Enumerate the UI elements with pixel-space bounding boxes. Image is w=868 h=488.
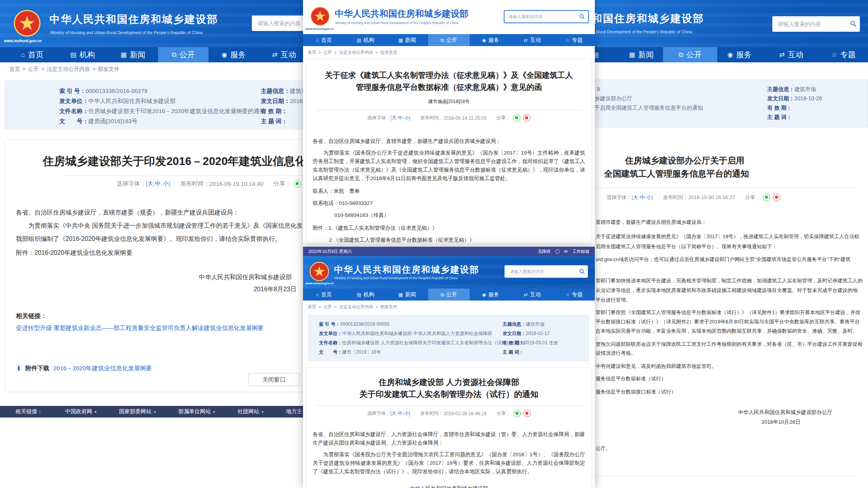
work-mailbox-link[interactable]: 工作邮箱 <box>572 249 589 254</box>
nav-item-service[interactable]: ◉服务 <box>470 289 512 301</box>
attachment-line: 2.《全国建筑工人管理服务信息平台数据标准（征求意见稿）》 <box>313 236 585 244</box>
footer-link-ministries[interactable]: 国家部委网站▾ <box>119 408 156 415</box>
org-icon: ▤ <box>595 51 599 59</box>
search-icon[interactable] <box>850 20 857 29</box>
nav-item-disclosure[interactable]: ⧉公开 <box>663 47 717 62</box>
breadcrumb: 首页>公开>法定主动公开内容>部发文件 <box>9 66 120 73</box>
chevron-down-icon: ▾ <box>95 410 96 414</box>
site-title-fragment: 和国住房和城乡建设部 <box>595 12 704 26</box>
font-size-small[interactable]: 小 <box>163 180 169 187</box>
publish-time: 2018-05-14 11:25:03 <box>444 115 487 121</box>
font-size-large[interactable]: 大 <box>392 410 396 417</box>
nav-item-news[interactable]: ▦新闻 <box>386 289 428 301</box>
attachment-file-link[interactable]: 2016－2020年建筑业信息化发展纲要 <box>53 364 152 373</box>
nav-item-topics[interactable]: ☆专题 <box>553 34 595 46</box>
font-size-medium[interactable]: 中 <box>640 194 645 201</box>
article-title-line1: 住房和城乡建设部 人力资源社会保障部 <box>313 376 585 388</box>
window-2019-realname-notice: 2022年10月8日 星期六 无障碍 ✉ 工作邮箱 www.mohurd.gov… <box>303 247 595 488</box>
nav-item-service[interactable]: ◉服务 <box>470 34 512 46</box>
attachment-line: 附件：1.《建筑工人实名制管理办法（征求意见稿）》 <box>313 224 585 232</box>
font-size-small[interactable]: 小 <box>404 115 409 121</box>
footer-link-govcn[interactable]: 中国政府网▾ <box>65 408 96 415</box>
wechat-share-icon[interactable] <box>294 180 301 187</box>
nav-item-news[interactable]: ▦新闻 <box>627 47 655 62</box>
nav-item-service[interactable]: ◉服务 <box>208 47 259 62</box>
article-card: 住房和城乡建设部 人力资源社会保障部 关于印发建筑工人实名制管理办法（试行）的通… <box>306 368 592 488</box>
disclosure-icon: ⧉ <box>679 51 683 59</box>
article-paragraph: 我部组织编制了《2016-2020年建筑业信息化发展纲要》。现印发给你们，请结合… <box>16 235 281 243</box>
font-size-medium[interactable]: 中 <box>398 410 403 417</box>
font-size-large[interactable]: 大 <box>147 180 153 187</box>
nav-item-org-clipped[interactable]: ▤ <box>595 47 600 62</box>
news-icon: ▦ <box>398 38 403 43</box>
interact-icon: ⇄ <box>272 51 277 59</box>
search-icon[interactable] <box>579 14 585 21</box>
weibo-share-icon[interactable] <box>523 114 530 122</box>
font-size-large[interactable]: 大 <box>392 115 396 121</box>
nav-item-news[interactable]: ▦新闻 <box>386 34 428 46</box>
nav-item-org[interactable]: ▤机构 <box>345 34 387 46</box>
font-size-small[interactable]: 小 <box>404 410 409 417</box>
search-input[interactable] <box>504 10 589 23</box>
window-2018-platform-launch-notice: 和国住房和城乡建设部 n-Rural Development of the Pe… <box>595 0 868 488</box>
article-line: 服务信息平台数据接口标准（试行） <box>596 388 676 395</box>
nav-item-service[interactable]: ◉服务 <box>726 47 753 62</box>
article-paragraph: 为贯彻落实《国务院办公厅关于全面治理拖欠农民工工资问题的意见》（国办发〔2016… <box>313 450 585 476</box>
accessibility-link[interactable]: 无障碍 <box>538 249 551 254</box>
search-icon[interactable] <box>579 268 585 276</box>
nav-item-disclosure[interactable]: ⧉公开 <box>158 47 208 62</box>
window-2018-consultation-letter: www.mohurd.gov.cn 中华人民共和国住房和城乡建设部 Minist… <box>303 0 595 247</box>
service-icon: ◉ <box>482 38 486 43</box>
news-icon: ▦ <box>629 51 635 59</box>
font-size-medium[interactable]: 中 <box>155 180 161 187</box>
interact-icon: ⇄ <box>524 292 528 297</box>
site-subtitle-en: Ministry of Housing and Urban-Rural Deve… <box>334 276 458 280</box>
share-icon[interactable] <box>555 249 560 254</box>
search-input[interactable] <box>772 16 860 32</box>
nav-item-disclosure[interactable]: ⧉公开 <box>428 289 470 301</box>
nav-item-home[interactable]: ⌂首页 <box>303 289 345 301</box>
document-meta-panel: 9 乡建设部办公厅 于启用全国建筑工人管理服务信息平台的通知 主题信息：建筑市场… <box>595 79 868 127</box>
font-size-large[interactable]: 大 <box>633 194 638 201</box>
article-line: 直辖市建委，新疆生产建设兵团住房城乡建设局： <box>596 219 706 226</box>
nav-item-interact[interactable]: ⇄互动 <box>512 289 553 301</box>
related-article-link[interactable]: 促进转型升级 重塑建筑业新业态——部工程质量安全监管司负责人解读建筑业信息化发展… <box>16 324 264 332</box>
nav-item-interact[interactable]: ⇄互动 <box>512 34 553 46</box>
font-size-medium[interactable]: 中 <box>398 115 403 121</box>
nav-item-home[interactable]: ⌂首页 <box>7 47 57 62</box>
nav-item-topics[interactable]: ☆专题 <box>830 47 857 62</box>
footer-link-associations[interactable]: 社团网站▾ <box>238 408 264 415</box>
article-line: 启用全国建筑工人管理服务信息平台（以下简称平台）。现将有关事项通知如下： <box>596 243 777 250</box>
nav-item-interact[interactable]: ⇄互动 <box>778 47 805 62</box>
topics-icon: ☆ <box>831 51 837 59</box>
nav-item-news[interactable]: ▦新闻 <box>108 47 158 62</box>
nav-item-org[interactable]: ▤机构 <box>57 47 108 62</box>
site-header: www.mohurd.gov.cn 中华人民共和国住房和城乡建设部 Minist… <box>303 256 595 289</box>
nav-item-home[interactable]: ⌂首页 <box>303 34 345 46</box>
nav-item-org[interactable]: ▤机构 <box>345 289 387 301</box>
national-emblem-icon <box>309 261 329 283</box>
related-links-label: 相关链接： <box>16 312 47 320</box>
nav-item-topics[interactable]: ☆专题 <box>553 289 595 301</box>
search-input[interactable] <box>505 265 588 278</box>
wechat-share-icon[interactable] <box>763 194 770 201</box>
footer-link-subordinate[interactable]: 部属单位网站▾ <box>178 408 215 415</box>
document-meta-panel: 索 引 号：000013338/2019-00055主题信息：建筑市场 发文单位… <box>308 315 589 361</box>
disclosure-icon: ⧉ <box>172 51 176 59</box>
site-url: www.mohurd.gov.cn <box>305 282 334 285</box>
close-window-button[interactable]: 关闭窗口 <box>248 373 300 386</box>
nav-item-disclosure[interactable]: ⧉公开 <box>428 34 470 46</box>
weibo-share-icon[interactable] <box>524 410 531 417</box>
site-subtitle-fragment: n-Rural Development of the People's Repu… <box>595 29 692 34</box>
chevron-down-icon: ▾ <box>262 410 264 414</box>
nav-item-interact[interactable]: ⇄互动 <box>259 47 309 62</box>
wechat-share-icon[interactable] <box>513 114 520 122</box>
article-line: 管部门要按照《全国建筑工人管理服务信息平台数据标准（试行）》（详见附件1）要求组… <box>596 309 860 316</box>
weibo-share-icon[interactable] <box>773 194 780 201</box>
font-share-toolbar: 选择字体：[大-中-小] 发布时间：2019-02-28 16:46:16 分享… <box>313 410 585 417</box>
font-size-small[interactable]: 小 <box>646 194 651 201</box>
org-icon: ▤ <box>70 51 76 59</box>
article-title-line1: 住房城乡建设部办公厅关于启用 <box>625 155 744 167</box>
site-title: 中华人民共和国住房和城乡建设部 <box>335 8 468 20</box>
wechat-share-icon[interactable] <box>513 410 521 417</box>
